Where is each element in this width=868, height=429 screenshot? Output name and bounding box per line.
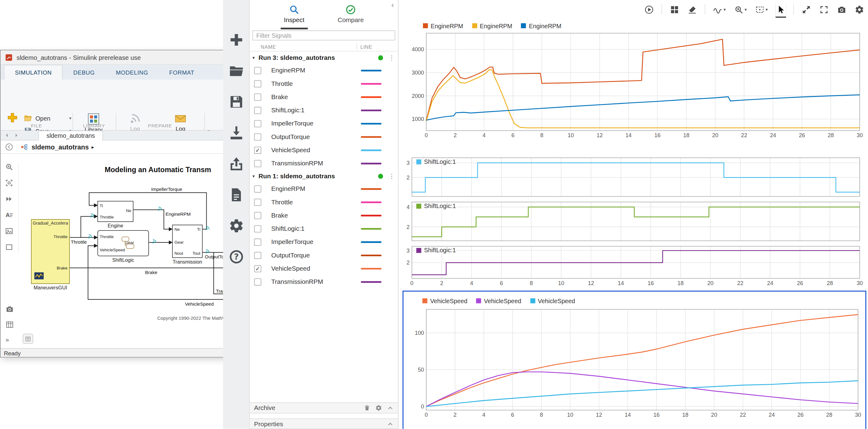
ribbon-tab-simulation[interactable]: SIMULATION <box>4 65 63 80</box>
signal-checkbox[interactable] <box>254 160 261 166</box>
canvas-table-button[interactable] <box>5 320 14 329</box>
signal-label-brake[interactable]: Brake <box>145 269 157 275</box>
collapse-arrow-icon[interactable]: ▾ <box>252 55 258 60</box>
dropdown-caret-icon[interactable]: ▾ <box>723 7 725 12</box>
dropdown-caret-icon[interactable]: ▾ <box>766 7 768 12</box>
plot-canvas[interactable]: 02468101214161820222426283023 <box>406 245 864 287</box>
subplot-shiftlogic-1[interactable]: ShiftLogic:1 23 <box>406 156 864 197</box>
plot-tool-snapshot[interactable] <box>836 2 847 17</box>
block-maneuversgui[interactable]: Gradual_Accelerat Throttle Brake Maneuve… <box>31 219 70 284</box>
signal-checkbox[interactable]: ✓ <box>254 146 261 153</box>
column-divider[interactable] <box>356 43 357 50</box>
canvas-image-button[interactable] <box>5 227 14 236</box>
block-transmission[interactable]: Ne Gear Nout Ti Tout Transmission <box>172 225 203 258</box>
signal-label-outputtorque[interactable]: OutputTor <box>205 254 225 259</box>
subplot-enginerpm[interactable]: EngineRPMEngineRPMEngineRPM 024681012141… <box>404 20 865 143</box>
run-menu-icon[interactable]: ⋮ <box>389 54 395 61</box>
canvas-fit-screen-button[interactable] <box>5 179 14 188</box>
canvas-zoom-in-button[interactable] <box>5 163 14 172</box>
collapse-icon[interactable] <box>387 421 394 427</box>
tab-compare[interactable]: Compare <box>334 0 367 29</box>
forward-arrow-icon[interactable] <box>13 132 19 139</box>
signal-row[interactable]: OutputTorque <box>250 249 398 262</box>
ribbon-tab-modeling[interactable]: MODELING <box>105 65 159 80</box>
breadcrumb-model-name[interactable]: sldemo_autotrans <box>32 143 89 151</box>
signal-checkbox[interactable] <box>254 67 261 74</box>
signal-label-vehiclespeed[interactable]: VehicleSpeed <box>185 301 214 307</box>
model-canvas[interactable]: A » Modeling an Automatic Transm <box>1 154 232 349</box>
canvas-annotation-button[interactable]: A <box>5 211 14 220</box>
legend-item[interactable]: VehicleSpeed <box>530 297 575 304</box>
window-titlebar[interactable]: sldemo_autotrans - Simulink prerelease u… <box>1 50 232 65</box>
plot-tool-cursor[interactable] <box>776 2 786 17</box>
legend-item[interactable]: ShiftLogic:1 <box>416 158 456 165</box>
subplot-shiftlogic-3[interactable]: ShiftLogic:1 024681012141618202224262830… <box>406 245 864 287</box>
plot-tool-line-style[interactable]: ▾ <box>712 2 726 17</box>
signal-label-impellertorque[interactable]: ImpellerTorque <box>151 187 182 192</box>
subplot-vehiclespeed-selected[interactable]: VehicleSpeedVehicleSpeedVehicleSpeed 024… <box>402 290 866 429</box>
signal-row[interactable]: TransmissionRPM <box>250 156 398 170</box>
signal-label-throttle[interactable]: Throttle <box>71 239 87 245</box>
sidebar-export-button[interactable] <box>225 153 247 175</box>
trash-icon[interactable] <box>364 404 370 411</box>
sidebar-report-button[interactable] <box>225 184 247 206</box>
signal-checkbox[interactable] <box>254 238 261 245</box>
signal-row[interactable]: Brake <box>250 209 398 222</box>
signal-row[interactable]: Brake <box>250 90 398 103</box>
canvas-more-button[interactable]: » <box>5 336 14 345</box>
run-header[interactable]: ▾Run 3: sldemo_autotrans⋮ <box>250 52 398 64</box>
sidebar-import-button[interactable] <box>225 122 247 144</box>
signal-checkbox[interactable] <box>254 198 261 206</box>
signal-checkbox[interactable] <box>254 212 261 219</box>
canvas-forward-arrows-button[interactable] <box>5 195 14 204</box>
run-menu-icon[interactable]: ⋮ <box>389 173 395 180</box>
plot-tool-fit-view[interactable]: ▾ <box>754 2 768 17</box>
signal-checkbox[interactable] <box>254 80 261 87</box>
signal-row[interactable]: ImpellerTorque <box>250 117 398 130</box>
legend-item[interactable]: VehicleSpeed <box>422 297 467 304</box>
sidebar-save-button[interactable] <box>225 91 247 113</box>
plot-canvas[interactable]: 024681012141618202224262830050100 <box>404 307 865 424</box>
block-engine[interactable]: Ti Throttle Ne Engine <box>97 201 133 222</box>
collapse-icon[interactable] <box>387 404 394 411</box>
plot-tool-zoom[interactable]: ▾ <box>734 2 747 17</box>
plot-tool-fullscreen[interactable] <box>819 2 829 17</box>
plot-canvas[interactable]: 23 <box>406 156 864 197</box>
signal-row[interactable]: ✓VehicleSpeed <box>250 143 398 156</box>
dropdown-caret-icon[interactable]: ▾ <box>69 116 71 121</box>
signal-checkbox[interactable] <box>254 252 261 259</box>
signal-row[interactable]: ✓VehicleSpeed <box>250 262 398 275</box>
sidebar-open-button[interactable] <box>225 60 247 82</box>
legend-item[interactable]: VehicleSpeed <box>476 297 522 304</box>
plot-tool-play[interactable] <box>644 2 654 17</box>
signal-row[interactable]: EngineRPM <box>250 63 398 77</box>
settings-small-icon[interactable] <box>375 404 382 411</box>
signal-row[interactable]: Throttle <box>250 195 398 209</box>
legend-item[interactable]: ShiftLogic:1 <box>416 203 456 209</box>
sidebar-help-button[interactable]: ? <box>225 246 247 268</box>
filter-signals-input[interactable] <box>252 30 395 40</box>
plot-canvas[interactable]: 24 <box>406 201 864 242</box>
subplot-shiftlogic-2[interactable]: ShiftLogic:1 24 <box>406 201 864 242</box>
tab-inspect[interactable]: Inspect <box>281 0 308 29</box>
archive-section-header[interactable]: Archive <box>250 402 398 413</box>
document-tab[interactable]: sldemo_autotrans <box>38 130 103 140</box>
plot-tool-layout-grid[interactable] <box>669 2 680 17</box>
signal-label-enginerpm[interactable]: EngineRPM <box>165 211 191 217</box>
signal-row[interactable]: ShiftLogic:1 <box>250 103 398 117</box>
run-header[interactable]: ▾Run 1: sldemo_autotrans⋮ <box>250 170 398 182</box>
signal-row[interactable]: Throttle <box>250 77 398 90</box>
navigate-back-icon[interactable] <box>5 143 13 151</box>
signal-row[interactable]: OutputTorque <box>250 130 398 143</box>
canvas-camera-button[interactable] <box>5 305 14 314</box>
properties-section-header[interactable]: Properties <box>250 419 398 429</box>
legend-item[interactable]: EngineRPM <box>472 22 512 29</box>
signal-checkbox[interactable]: ✓ <box>254 265 261 272</box>
sidebar-settings-button[interactable] <box>225 215 247 237</box>
signal-row[interactable]: ShiftLogic:1 <box>250 222 398 235</box>
dropdown-caret-icon[interactable]: ▾ <box>745 7 747 12</box>
collapse-arrow-icon[interactable]: ▾ <box>252 173 258 178</box>
ribbon-tab-format[interactable]: FORMAT <box>159 65 205 80</box>
plot-tool-eraser[interactable] <box>687 2 698 17</box>
legend-item[interactable]: EngineRPM <box>423 22 463 29</box>
